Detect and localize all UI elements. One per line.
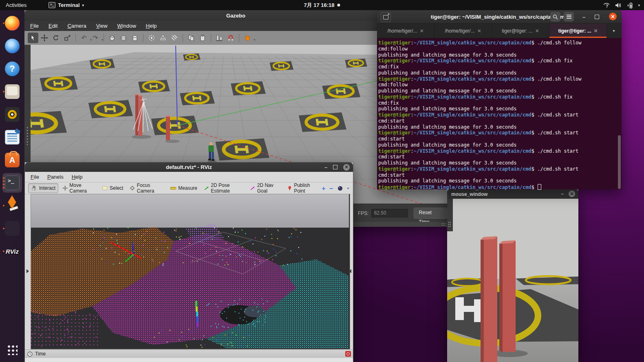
align-button[interactable] (214, 33, 225, 43)
gazebo-menu-help[interactable]: Help (146, 23, 157, 29)
tab-close-icon[interactable]: ✕ (420, 28, 424, 34)
terminal-output-line: cmd:start (378, 154, 622, 160)
reset-time-button[interactable]: Reset Time (414, 208, 447, 219)
tool-label: 2D Pose Estimate (211, 182, 243, 194)
rviz-tool-measure[interactable]: Measure (168, 184, 200, 193)
terminal-prompt-line: tiger@tiger:~/VISIM_single/catkin_ws/src… (378, 58, 622, 64)
gazebo-menu-edit[interactable]: Edit (49, 23, 57, 29)
rviz-titlebar[interactable]: default.rviz* - RViz – ✕ (25, 162, 353, 172)
focused-app-menu[interactable]: >_ Terminal ▾ (49, 2, 84, 8)
new-tab-button[interactable] (381, 12, 391, 22)
gazebo-menu-file[interactable]: File (30, 23, 39, 29)
clock-menu[interactable]: 7月 17 16:18 (304, 2, 340, 9)
terminal-content[interactable]: tiger@tiger:~/VISIM_single/catkin_ws/src… (377, 38, 622, 190)
menu-button[interactable] (564, 12, 574, 22)
dock-item-thunderbird[interactable] (2, 36, 22, 56)
dock-item-terminal[interactable]: >_ (2, 173, 22, 193)
camera-orbit-icon[interactable] (337, 185, 343, 191)
rotate-button[interactable] (51, 33, 61, 43)
tab-close-icon[interactable]: ✕ (477, 28, 481, 34)
close-button[interactable]: ✕ (343, 164, 350, 171)
rviz-tool-select[interactable]: Select (99, 184, 126, 193)
gazebo-menu-window[interactable]: Window (117, 23, 136, 29)
terminal-tab-1[interactable]: /home/tiger/...✕ (377, 24, 434, 38)
rviz-menu-help[interactable]: Help (72, 174, 83, 180)
scrollbar-thumb[interactable] (618, 135, 621, 189)
zoom-in-button[interactable]: + (322, 185, 325, 192)
show-applications-button[interactable] (2, 340, 22, 360)
rhythmbox-icon (5, 107, 20, 122)
terminal-tab-3[interactable]: tiger@tiger: ...✕ (492, 24, 549, 38)
terminal-tab-2[interactable]: /home/tiger/...✕ (434, 24, 492, 38)
maximize-icon (595, 15, 599, 19)
rviz-tool-focus-camera[interactable]: Focus Camera (127, 184, 166, 193)
rviz-menu-panels[interactable]: Panels (47, 174, 64, 180)
dock-item-software[interactable]: A (2, 150, 22, 170)
minimize-button[interactable]: – (561, 191, 564, 197)
gazebo-menu-view[interactable]: View (96, 23, 108, 29)
dock-item-files[interactable] (2, 82, 22, 101)
terminal-tab-4[interactable]: tiger@tiger: ...✕ (549, 24, 607, 38)
toolbar-separator (183, 34, 183, 42)
left-panel-handle[interactable] (447, 199, 453, 231)
rviz-toolbar: InteractMove CameraSelectFocus CameraMea… (25, 182, 353, 194)
terminal-prompt-line: tiger@tiger:~/VISIM_single/catkin_ws/src… (378, 94, 622, 100)
translate-button[interactable] (39, 33, 50, 43)
displays-panel-expand-arrow[interactable] (26, 269, 29, 273)
dock-item-gazebo[interactable] (2, 196, 22, 215)
rviz-menu-file[interactable]: File (31, 174, 39, 180)
maximize-button[interactable] (592, 12, 602, 22)
point-light-button[interactable] (146, 33, 157, 43)
tab-list-dropdown-button[interactable]: ▾ (607, 24, 621, 38)
time-panel-close-button[interactable] (345, 351, 351, 357)
resize-grip-icon[interactable] (441, 223, 446, 226)
activities-button[interactable]: Activities (0, 0, 32, 10)
dock-item-rhythmbox[interactable] (2, 105, 22, 124)
redo-button[interactable]: ↷▾ (90, 33, 101, 43)
rviz-tool-publish-point[interactable]: Publish Point (285, 184, 320, 193)
minimize-button[interactable]: – (324, 165, 327, 170)
system-status-area[interactable]: ? ▾ (603, 0, 640, 10)
cylinder-button[interactable] (130, 33, 140, 43)
search-button[interactable] (550, 12, 560, 22)
gazebo-menu-camera[interactable]: Camera (67, 23, 86, 29)
rviz-menubar: FilePanelsHelp (25, 172, 353, 182)
dock-item-rviz[interactable]: RViz (2, 241, 22, 261)
mouse-window-3d-scene[interactable] (447, 199, 578, 362)
tab-close-icon[interactable]: ✕ (535, 28, 539, 34)
rviz-3d-viewport[interactable] (31, 194, 350, 349)
close-button[interactable]: ✕ (569, 191, 575, 197)
rviz-tool-2d-pose-estimate[interactable]: 2D Pose Estimate (201, 184, 246, 193)
terminal-output-line: publishing and latching message for 3.0 … (378, 160, 622, 166)
mouse-window-titlebar[interactable]: mouse_window – ✕ (447, 189, 578, 199)
insert-model-button[interactable]: ▾ (242, 33, 253, 43)
directional-light-button[interactable] (169, 33, 180, 43)
scale-button[interactable] (62, 33, 73, 43)
paste-button[interactable] (197, 33, 208, 43)
helipad (90, 59, 115, 69)
sphere-button[interactable] (118, 33, 129, 43)
views-panel-expand-arrow[interactable] (349, 269, 351, 273)
zoom-out-button[interactable]: − (329, 185, 333, 192)
fps-value-field[interactable]: 62.50 (371, 209, 408, 217)
copy-button[interactable] (186, 33, 196, 43)
time-panel-header[interactable]: Time (25, 349, 353, 358)
tab-close-icon[interactable]: ✕ (593, 28, 598, 34)
dock-item-writer[interactable] (2, 127, 22, 147)
dock-item-firefox[interactable] (2, 13, 22, 33)
select-arrow-button[interactable] (28, 33, 38, 43)
undo-button[interactable]: ↶▾ (79, 33, 89, 43)
rviz-tool-2d-nav-goal[interactable]: 2D Nav Goal (247, 184, 282, 193)
close-button[interactable]: ✕ (609, 13, 617, 20)
snap-button[interactable] (225, 33, 236, 43)
minimize-button[interactable]: – (579, 12, 589, 22)
rviz-tool-move-camera[interactable]: Move Camera (60, 184, 97, 193)
spot-light-button[interactable] (158, 33, 168, 43)
rviz-tool-interact[interactable]: Interact (28, 183, 58, 193)
dock-item-help[interactable]: ? (2, 59, 22, 79)
dock-item-unknown[interactable] (2, 219, 22, 238)
terminal-headerbar[interactable]: tiger@tiger: ~/VISIM_single/catkin_ws/sr… (377, 10, 622, 24)
box-button[interactable] (107, 33, 117, 43)
tab-label: tiger@tiger: ... (558, 28, 591, 34)
maximize-button[interactable] (333, 165, 337, 169)
